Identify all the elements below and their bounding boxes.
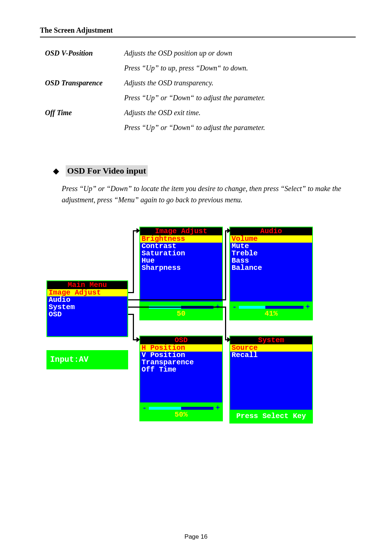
osd-item: OSD [49, 311, 126, 318]
osd-item: Treble [232, 250, 311, 257]
osd-item: Sharpness [142, 264, 221, 272]
slider-value: 50% [175, 411, 188, 418]
def-desc: Press “Up” or “Down“ to adjust the param… [124, 123, 356, 132]
def-desc: Press “Up” or “Down“ to adjust the param… [124, 94, 356, 102]
def-desc: Adjusts the OSD transparency. [124, 79, 356, 87]
osd-item: Contrast [142, 243, 221, 250]
osd-title: Image Adjust [140, 227, 222, 235]
osd-item: Recall [232, 352, 311, 359]
page-number: Page 16 [0, 533, 392, 540]
osd-item: Transparence [142, 359, 221, 366]
slider-minus-icon: - [232, 304, 237, 311]
def-desc: Adjusts the OSD position up or down [124, 49, 356, 57]
def-desc: Adjusts the OSD exit time. [124, 109, 356, 117]
input-label-box: Input:AV [46, 350, 128, 369]
osd-osd: OSD H Position V Position Transparence O… [139, 336, 223, 421]
osd-main-menu: Main Menu Image Adjust Audio System OSD [46, 280, 128, 337]
slider-value: 41% [265, 310, 278, 317]
osd-selected-item: Brightness [140, 235, 222, 243]
slider-plus-icon: + [216, 405, 220, 412]
def-term-vposition: OSD V-Position [45, 49, 124, 57]
def-term-offtime: Off Time [45, 109, 124, 117]
osd-item: Off Time [142, 366, 221, 373]
osd-item: Balance [232, 264, 311, 272]
osd-item: Audio [49, 296, 126, 304]
osd-audio: Audio Volume Mute Treble Bass Balance - … [229, 227, 313, 320]
osd-title: Main Menu [47, 281, 127, 289]
osd-item: Hue [142, 257, 221, 264]
definition-table: OSD V-Position Adjusts the OSD position … [40, 49, 356, 132]
osd-selected-item: Volume [230, 235, 312, 243]
osd-diagram: Main Menu Image Adjust Audio System OSD … [46, 227, 359, 455]
def-desc: Press “Up” to up, press “Down“ to down. [124, 64, 356, 72]
osd-title: System [230, 336, 312, 344]
slider-plus-icon: + [306, 304, 310, 311]
osd-item: Bass [232, 257, 311, 264]
osd-selected-item: H Position [140, 344, 222, 352]
section-title: OSD For Video input [66, 165, 148, 177]
def-term-transparence: OSD Transparence [45, 79, 124, 87]
osd-item: System [49, 304, 126, 311]
page-header: The Screen Adjustment [40, 26, 356, 37]
osd-title: OSD [140, 336, 222, 344]
bullet-diamond-icon: ◆ [53, 166, 59, 176]
osd-item: Saturation [142, 250, 221, 257]
section-body: Press “Up” or “Down” to locate the item … [62, 183, 356, 206]
slider-value: 50 [177, 310, 185, 317]
osd-item: V Position [142, 352, 221, 359]
osd-system: System Source Recall Press Select Key [229, 336, 313, 424]
osd-title: Audio [230, 227, 312, 235]
osd-item: Mute [232, 243, 311, 250]
osd-footer-text: Press Select Key [236, 413, 306, 420]
osd-selected-item: Image Adjust [47, 289, 127, 296]
slider-minus-icon: - [142, 405, 147, 412]
osd-selected-item: Source [230, 344, 312, 352]
